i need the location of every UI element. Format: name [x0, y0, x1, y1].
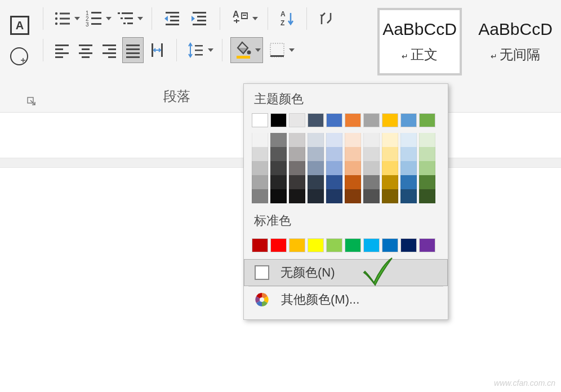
color-swatch[interactable] [382, 238, 398, 252]
color-swatch[interactable] [326, 189, 342, 203]
numbering-button[interactable]: 123 [83, 6, 112, 32]
color-swatch[interactable] [270, 113, 287, 127]
color-swatch[interactable] [382, 189, 398, 203]
sort-button[interactable]: AZ [276, 6, 299, 32]
color-swatch[interactable] [270, 175, 287, 189]
color-swatch[interactable] [400, 147, 417, 161]
color-swatch[interactable] [326, 161, 342, 175]
align-center-button[interactable] [75, 37, 96, 63]
svg-rect-49 [195, 54, 203, 56]
color-swatch[interactable] [289, 238, 305, 252]
color-swatch[interactable] [308, 161, 324, 175]
line-spacing-button[interactable] [185, 37, 214, 63]
svg-rect-15 [124, 17, 133, 19]
color-swatch[interactable] [289, 175, 305, 189]
color-swatch[interactable] [308, 113, 324, 127]
color-swatch[interactable] [270, 238, 287, 252]
color-swatch[interactable] [252, 161, 268, 175]
style-no-spacing[interactable]: AaBbCcD ↵无间隔 [473, 8, 558, 75]
increase-indent-button[interactable] [187, 6, 212, 32]
color-swatch[interactable] [270, 161, 287, 175]
color-swatch[interactable] [382, 175, 398, 189]
color-swatch[interactable] [308, 189, 324, 203]
color-swatch[interactable] [363, 238, 380, 252]
color-swatch[interactable] [345, 189, 361, 203]
color-swatch[interactable] [289, 189, 305, 203]
color-swatch[interactable] [345, 238, 361, 252]
styles-gallery[interactable]: AaBbCcD ↵正文 AaBbCcD ↵无间隔 [377, 0, 561, 79]
color-swatch[interactable] [419, 238, 435, 252]
color-swatch[interactable] [382, 133, 398, 147]
color-swatch[interactable] [419, 161, 435, 175]
color-swatch[interactable] [419, 189, 435, 203]
color-swatch[interactable] [363, 175, 380, 189]
color-swatch[interactable] [400, 175, 417, 189]
align-left-button[interactable] [51, 37, 73, 63]
justify-button[interactable] [122, 37, 144, 63]
color-swatch[interactable] [326, 238, 342, 252]
shading-button[interactable] [230, 37, 263, 63]
color-swatch[interactable] [363, 147, 380, 161]
color-swatch[interactable] [270, 189, 287, 203]
color-swatch[interactable] [363, 133, 380, 147]
color-swatch[interactable] [308, 238, 324, 252]
decrease-indent-button[interactable] [160, 6, 185, 32]
color-swatch[interactable] [363, 113, 380, 127]
color-swatch[interactable] [363, 189, 380, 203]
bullets-button[interactable] [51, 6, 81, 32]
color-swatch[interactable] [345, 113, 361, 127]
color-swatch[interactable] [326, 175, 342, 189]
style-name: ↵无间隔 [491, 46, 540, 64]
color-swatch[interactable] [400, 113, 417, 127]
color-swatch[interactable] [252, 175, 268, 189]
color-swatch[interactable] [400, 238, 417, 252]
asian-layout-button[interactable]: A [228, 6, 260, 32]
more-colors-item[interactable]: 其他颜色(M)... [244, 287, 448, 313]
color-swatch[interactable] [252, 189, 268, 203]
color-swatch[interactable] [289, 147, 305, 161]
color-swatch[interactable] [270, 133, 287, 147]
color-swatch[interactable] [270, 147, 287, 161]
svg-rect-52 [270, 43, 284, 57]
color-swatch[interactable] [400, 133, 417, 147]
color-swatch[interactable] [419, 133, 435, 147]
color-swatch[interactable] [345, 133, 361, 147]
color-swatch[interactable] [326, 133, 342, 147]
show-formatting-button[interactable] [315, 6, 337, 32]
color-swatch[interactable] [419, 113, 435, 127]
color-swatch[interactable] [400, 189, 417, 203]
color-swatch[interactable] [289, 113, 305, 127]
color-swatch[interactable] [363, 161, 380, 175]
color-swatch[interactable] [419, 175, 435, 189]
color-swatch[interactable] [382, 147, 398, 161]
color-swatch[interactable] [382, 161, 398, 175]
color-swatch[interactable] [308, 133, 324, 147]
style-sample: AaBbCcD [478, 20, 553, 39]
color-swatch[interactable] [326, 113, 342, 127]
color-swatch[interactable] [400, 161, 417, 175]
color-swatch[interactable] [308, 175, 324, 189]
borders-button[interactable] [265, 37, 296, 63]
character-border-button[interactable]: A [10, 16, 29, 35]
color-swatch[interactable] [252, 133, 268, 147]
style-normal[interactable]: AaBbCcD ↵正文 [377, 8, 462, 75]
color-swatch[interactable] [419, 147, 435, 161]
color-swatch[interactable] [308, 147, 324, 161]
color-swatch[interactable] [345, 175, 361, 189]
enclose-characters-button[interactable] [10, 47, 28, 65]
more-colors-label: 其他颜色(M)... [281, 291, 359, 308]
distribute-button[interactable] [146, 37, 168, 63]
color-swatch[interactable] [252, 113, 268, 127]
color-swatch[interactable] [345, 161, 361, 175]
no-color-item[interactable]: 无颜色(N) [244, 259, 448, 286]
color-swatch[interactable] [289, 133, 305, 147]
color-swatch[interactable] [289, 161, 305, 175]
color-swatch[interactable] [382, 113, 398, 127]
multilevel-list-button[interactable] [114, 6, 144, 32]
color-swatch[interactable] [326, 147, 342, 161]
color-swatch[interactable] [345, 147, 361, 161]
align-right-button[interactable] [99, 37, 120, 63]
color-swatch[interactable] [252, 147, 268, 161]
color-swatch[interactable] [252, 238, 268, 252]
dialog-launcher-icon[interactable] [27, 97, 36, 106]
